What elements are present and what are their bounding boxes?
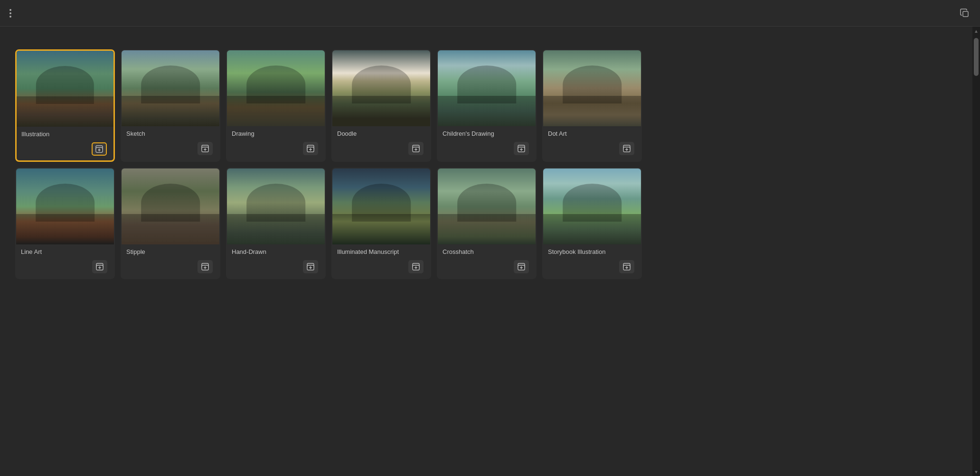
main-wrapper: Illustration Sketch Drawing Doodle Child…: [0, 27, 980, 476]
card-image-sketch: [122, 50, 219, 126]
card-bottom-illustration: Illustration: [17, 127, 113, 160]
card-label-drawing: Drawing: [232, 130, 320, 138]
style-card-illustration[interactable]: Illustration: [15, 49, 115, 162]
add-to-stack-button-stipple[interactable]: [198, 260, 213, 273]
style-card-crosshatch[interactable]: Crosshatch: [437, 168, 537, 279]
card-label-childrens-drawing: Children's Drawing: [443, 130, 531, 138]
card-image-illustration: [17, 51, 113, 127]
style-card-doodle[interactable]: Doodle: [331, 49, 431, 162]
add-to-stack-button-illuminated-manuscript[interactable]: [408, 260, 424, 273]
card-action-area-sketch: [126, 141, 215, 157]
add-to-stack-button-line-art[interactable]: [92, 260, 107, 273]
copy-button[interactable]: [957, 6, 972, 21]
style-card-hand-drawn[interactable]: Hand-Drawn: [226, 168, 326, 279]
card-image-illuminated-manuscript: [332, 168, 430, 244]
card-label-storybook-illustration: Storybook Illustration: [548, 248, 636, 256]
style-card-stipple[interactable]: Stipple: [121, 168, 220, 279]
card-bottom-crosshatch: Crosshatch: [438, 244, 536, 278]
add-to-stack-button-storybook-illustration[interactable]: [619, 260, 634, 273]
card-label-doodle: Doodle: [337, 130, 425, 138]
card-label-line-art: Line Art: [21, 248, 109, 256]
card-action-area-drawing: [232, 141, 320, 157]
card-bottom-drawing: Drawing: [227, 126, 325, 160]
card-image-crosshatch: [438, 168, 536, 244]
svg-rect-0: [963, 11, 968, 17]
card-label-illustration: Illustration: [21, 131, 109, 139]
card-image-stipple: [122, 168, 219, 244]
style-card-dot-art[interactable]: Dot Art: [542, 49, 642, 162]
card-image-doodle: [332, 50, 430, 126]
style-card-line-art[interactable]: Line Art: [15, 168, 115, 279]
card-action-area-childrens-drawing: [443, 141, 531, 157]
scrollbar-up-arrow[interactable]: ▲: [973, 28, 980, 34]
card-action-area-dot-art: [548, 141, 636, 157]
card-label-hand-drawn: Hand-Drawn: [232, 248, 320, 256]
card-action-area-line-art: [21, 259, 109, 275]
scrollbar-down-arrow[interactable]: ▼: [973, 468, 980, 475]
scrollbar[interactable]: ▲ ▼: [972, 27, 980, 476]
card-action-area-doodle: [337, 141, 425, 157]
card-bottom-hand-drawn: Hand-Drawn: [227, 244, 325, 278]
card-label-illuminated-manuscript: Illuminated Manuscript: [337, 248, 425, 256]
card-label-stipple: Stipple: [126, 248, 215, 256]
add-to-stack-button-hand-drawn[interactable]: [303, 260, 318, 273]
menu-dots-button[interactable]: [8, 7, 13, 19]
card-image-storybook-illustration: [543, 168, 641, 244]
card-bottom-line-art: Line Art: [16, 244, 114, 278]
add-to-stack-button-doodle[interactable]: [408, 142, 424, 155]
card-bottom-dot-art: Dot Art: [543, 126, 641, 160]
card-image-line-art: [16, 168, 114, 244]
card-bottom-storybook-illustration: Storybook Illustration: [543, 244, 641, 278]
content-area: Illustration Sketch Drawing Doodle Child…: [0, 27, 972, 476]
scrollbar-thumb[interactable]: [974, 38, 979, 76]
card-action-area-storybook-illustration: [548, 259, 636, 275]
add-to-stack-button-childrens-drawing[interactable]: [514, 142, 529, 155]
card-label-dot-art: Dot Art: [548, 130, 636, 138]
add-to-stack-button-sketch[interactable]: [198, 142, 213, 155]
card-bottom-stipple: Stipple: [122, 244, 219, 278]
style-card-sketch[interactable]: Sketch: [121, 49, 220, 162]
add-to-stack-button-illustration[interactable]: [92, 142, 107, 156]
top-bar: [0, 0, 980, 27]
card-label-crosshatch: Crosshatch: [443, 248, 531, 256]
card-image-drawing: [227, 50, 325, 126]
card-image-childrens-drawing: [438, 50, 536, 126]
card-label-sketch: Sketch: [126, 130, 215, 138]
add-to-stack-button-drawing[interactable]: [303, 142, 318, 155]
card-image-hand-drawn: [227, 168, 325, 244]
card-action-area-illustration: [21, 141, 109, 158]
style-card-illuminated-manuscript[interactable]: Illuminated Manuscript: [331, 168, 431, 279]
card-action-area-illuminated-manuscript: [337, 259, 425, 275]
add-to-stack-button-crosshatch[interactable]: [514, 260, 529, 273]
card-bottom-sketch: Sketch: [122, 126, 219, 160]
card-action-area-crosshatch: [443, 259, 531, 275]
style-card-childrens-drawing[interactable]: Children's Drawing: [437, 49, 537, 162]
style-grid: Illustration Sketch Drawing Doodle Child…: [15, 49, 642, 279]
add-to-stack-button-dot-art[interactable]: [619, 142, 634, 155]
card-bottom-doodle: Doodle: [332, 126, 430, 160]
card-bottom-illuminated-manuscript: Illuminated Manuscript: [332, 244, 430, 278]
card-action-area-hand-drawn: [232, 259, 320, 275]
style-card-storybook-illustration[interactable]: Storybook Illustration: [542, 168, 642, 279]
card-bottom-childrens-drawing: Children's Drawing: [438, 126, 536, 160]
card-image-dot-art: [543, 50, 641, 126]
style-card-drawing[interactable]: Drawing: [226, 49, 326, 162]
card-action-area-stipple: [126, 259, 215, 275]
